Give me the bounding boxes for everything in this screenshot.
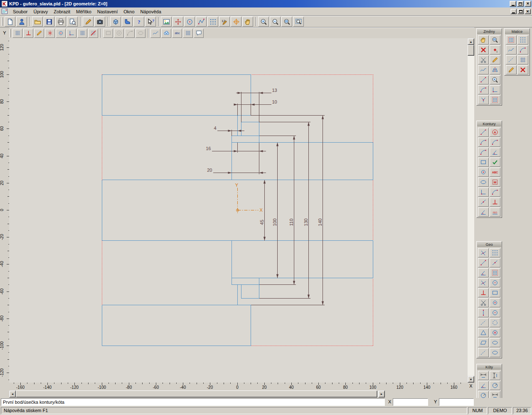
contour-text-button[interactable] bbox=[490, 128, 500, 137]
toolbar-grip[interactable] bbox=[2, 17, 3, 26]
origin-marker-button[interactable] bbox=[231, 17, 241, 27]
smooth-element-button[interactable] bbox=[478, 65, 489, 74]
drawing-canvas[interactable]: 13104162045100110130140YX bbox=[9, 38, 468, 383]
hatch-tool-button[interactable] bbox=[183, 29, 193, 38]
title-bar[interactable]: KPD - gufero_slavia.pld - [2D geometrie:… bbox=[0, 0, 532, 7]
rectangle-tool-button[interactable] bbox=[103, 29, 113, 38]
matrix-edit-button[interactable] bbox=[506, 65, 517, 74]
x-coordinate-input[interactable] bbox=[393, 398, 428, 406]
perpendicular-mode-button[interactable] bbox=[23, 29, 33, 38]
geo-line-cross-button[interactable] bbox=[478, 278, 489, 287]
contour-iso-button[interactable] bbox=[490, 208, 500, 217]
open-database-button[interactable] bbox=[16, 17, 27, 27]
dim-horizontal-button[interactable] bbox=[478, 371, 489, 380]
drag-move-button[interactable] bbox=[478, 35, 489, 44]
geo-point-single-button[interactable] bbox=[490, 258, 500, 267]
zoom-region-button[interactable] bbox=[490, 35, 500, 44]
geo-line-trim-button[interactable] bbox=[478, 298, 489, 307]
dim-diameter-button[interactable] bbox=[490, 381, 500, 390]
contour-angle-set-button[interactable] bbox=[478, 208, 489, 217]
polyline-tool-button[interactable] bbox=[196, 17, 207, 27]
transform-move-button[interactable] bbox=[172, 17, 183, 27]
help-button[interactable] bbox=[133, 17, 144, 27]
zoom-in-button[interactable] bbox=[258, 17, 269, 27]
corner-snap-button[interactable] bbox=[66, 29, 76, 38]
panel-title[interactable]: Matice bbox=[505, 29, 529, 34]
contour-arc-ccw-button[interactable] bbox=[490, 138, 500, 147]
geo-triangle-button[interactable] bbox=[478, 328, 489, 337]
geo-parallelogram-button[interactable] bbox=[478, 338, 489, 347]
menu-meritko[interactable]: Měřítko bbox=[73, 8, 94, 15]
contour-round-button[interactable] bbox=[490, 188, 500, 197]
contour-ellipse-button[interactable] bbox=[478, 178, 489, 187]
contour-arc-3pt-button[interactable] bbox=[478, 148, 489, 157]
mirror-element-button[interactable] bbox=[490, 65, 500, 74]
context-help-button[interactable] bbox=[145, 17, 156, 27]
dim-vertical-button[interactable] bbox=[490, 371, 500, 380]
copy-element-button[interactable] bbox=[490, 45, 500, 54]
contour-tangent-button[interactable] bbox=[478, 198, 489, 207]
document-icon[interactable] bbox=[1, 8, 8, 15]
chamfer-element-button[interactable] bbox=[490, 85, 500, 94]
zoom-extents-button[interactable] bbox=[293, 17, 304, 27]
matrix-on-arc-button[interactable] bbox=[517, 45, 528, 54]
contour-angle-button[interactable] bbox=[490, 148, 500, 157]
geo-cross-lines-button[interactable] bbox=[478, 248, 489, 257]
cloud-tool-button[interactable] bbox=[161, 29, 171, 38]
element-to-matrix-button[interactable] bbox=[490, 95, 500, 104]
menu-okno[interactable]: Okno bbox=[121, 8, 137, 15]
spline-tool-button[interactable] bbox=[150, 29, 160, 38]
geo-circle-2pt-button[interactable] bbox=[490, 278, 500, 287]
matrix-delete-button[interactable] bbox=[517, 65, 528, 74]
geo-circle-center-button[interactable] bbox=[490, 308, 500, 317]
text-tool-button[interactable] bbox=[172, 29, 182, 38]
new-drawing-button[interactable] bbox=[5, 17, 15, 27]
horizontal-scroll-thumb[interactable] bbox=[16, 390, 377, 398]
contour-text-abc-button[interactable] bbox=[490, 168, 500, 177]
scroll-left-button[interactable]: ◄ bbox=[9, 390, 16, 398]
minimize-button[interactable] bbox=[510, 1, 516, 7]
restore-button[interactable] bbox=[517, 1, 524, 7]
geo-ellipse-rotated-button[interactable] bbox=[490, 348, 500, 357]
contour-fillet-button[interactable] bbox=[478, 188, 489, 197]
contour-circle-button[interactable] bbox=[478, 168, 489, 177]
panel-title[interactable]: Kóty bbox=[477, 365, 501, 370]
dim-angular-button[interactable] bbox=[478, 381, 489, 390]
point-matrix-button[interactable] bbox=[207, 17, 218, 27]
matrix-points-button[interactable] bbox=[517, 35, 528, 44]
split-element-button[interactable] bbox=[478, 95, 489, 104]
close-button[interactable]: × bbox=[525, 1, 531, 7]
matrix-rows-button[interactable] bbox=[517, 55, 528, 64]
edit-dimensions-button[interactable] bbox=[219, 17, 230, 27]
center-snap-button[interactable] bbox=[56, 29, 66, 38]
inspect-element-button[interactable] bbox=[490, 75, 500, 84]
edit-geometry-button[interactable] bbox=[83, 17, 94, 27]
scroll-down-button[interactable]: ▼ bbox=[468, 376, 474, 383]
menu-upravy[interactable]: Úpravy bbox=[30, 8, 51, 15]
geo-circle-cross-button[interactable] bbox=[490, 328, 500, 337]
geo-line-dashed-button[interactable] bbox=[478, 318, 489, 327]
panel-title[interactable]: Geo bbox=[477, 242, 501, 247]
matrix-rectangular-button[interactable] bbox=[506, 35, 517, 44]
menu-nastaveni[interactable]: Nastavení bbox=[94, 8, 121, 15]
horizontal-scrollbar[interactable]: ◄ ► bbox=[9, 390, 385, 398]
print-preview-button[interactable] bbox=[67, 17, 78, 27]
geo-point-set-button[interactable] bbox=[490, 248, 500, 257]
geo-point-grid-button[interactable] bbox=[490, 268, 500, 277]
panel-title[interactable]: Změny bbox=[477, 29, 501, 34]
circle-tool-button[interactable] bbox=[184, 17, 195, 27]
edit-element-button[interactable] bbox=[490, 55, 500, 64]
note-tool-button[interactable] bbox=[194, 29, 204, 38]
geo-ellipse-button[interactable] bbox=[490, 338, 500, 347]
matrix-free-button[interactable] bbox=[506, 55, 517, 64]
contour-rectangle-button[interactable] bbox=[478, 158, 489, 167]
contour-line-button[interactable] bbox=[478, 128, 489, 137]
y-coordinate-input[interactable] bbox=[439, 398, 474, 406]
view-3d-button[interactable] bbox=[110, 17, 121, 27]
menu-napoveda[interactable]: Nápověda bbox=[138, 8, 164, 15]
geo-line-angle-button[interactable] bbox=[478, 268, 489, 277]
ellipse-tool-button[interactable] bbox=[135, 29, 145, 38]
panel-title[interactable]: Kontury bbox=[477, 121, 501, 126]
contour-arc-cw-button[interactable] bbox=[478, 138, 489, 147]
delete-element-button[interactable] bbox=[478, 45, 489, 54]
